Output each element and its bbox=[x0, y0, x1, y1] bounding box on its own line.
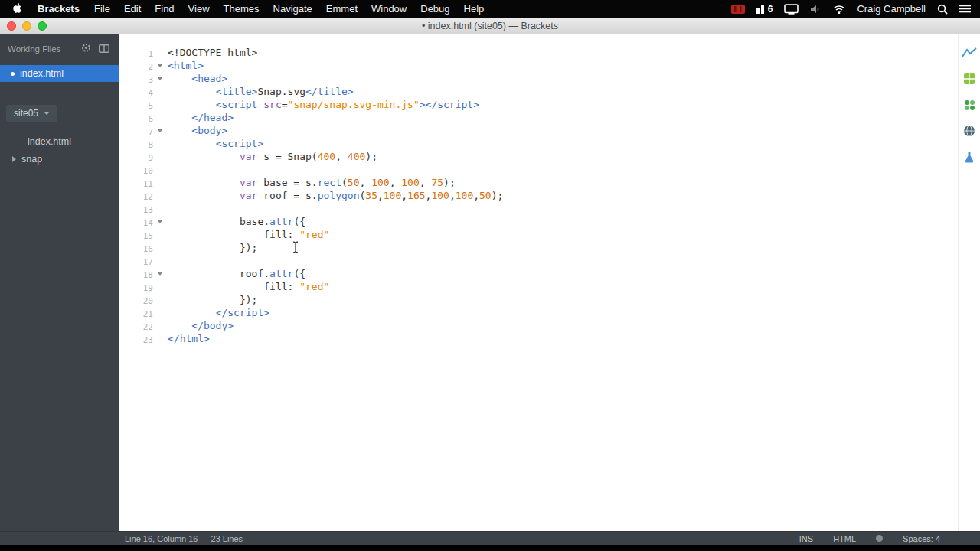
code-line[interactable]: </body> bbox=[168, 319, 958, 332]
menu-navigate[interactable]: Navigate bbox=[266, 3, 319, 15]
code-line[interactable]: <script src="snap/snap.svg-min.js"></scr… bbox=[168, 98, 958, 111]
code-token: 400 bbox=[348, 151, 365, 162]
gutter-row: 19 bbox=[119, 280, 168, 293]
code-editor[interactable]: 1234567891011121314151617181920212223 <!… bbox=[119, 34, 958, 531]
dots-icon[interactable] bbox=[963, 99, 975, 114]
window-title-bar[interactable]: • index.html (site05) — Brackets bbox=[0, 18, 980, 34]
code-line[interactable] bbox=[168, 254, 958, 267]
beaker-icon[interactable] bbox=[963, 151, 975, 167]
code-token bbox=[168, 86, 216, 97]
apple-menu[interactable] bbox=[0, 2, 30, 16]
menu-help[interactable]: Help bbox=[457, 3, 492, 15]
gutter-row: 23 bbox=[119, 332, 168, 345]
code-token: ></script> bbox=[420, 99, 479, 110]
code-line[interactable] bbox=[168, 202, 958, 215]
cursor-position-status: Line 16, Column 16 — 23 Lines bbox=[125, 534, 243, 543]
indent-setting[interactable]: Spaces: 4 bbox=[903, 534, 940, 543]
code-token: ({ bbox=[293, 268, 305, 279]
code-token: 100 bbox=[401, 177, 419, 188]
code-token: roof = s. bbox=[257, 190, 317, 201]
code-token: <head> bbox=[191, 73, 227, 84]
menu-themes[interactable]: Themes bbox=[217, 3, 266, 15]
menu-find[interactable]: Find bbox=[148, 3, 181, 15]
gutter-row: 6 bbox=[119, 111, 168, 124]
code-line[interactable]: <!DOCTYPE html> bbox=[168, 46, 958, 59]
code-area[interactable]: <!DOCTYPE html><html> <head> <title>Snap… bbox=[168, 46, 958, 531]
tree-item-index-html[interactable]: index.html bbox=[0, 132, 119, 150]
film-strip-icon[interactable] bbox=[731, 5, 745, 14]
code-line[interactable]: fill: "red" bbox=[168, 280, 958, 293]
code-line[interactable]: </script> bbox=[168, 306, 958, 319]
working-file-label: index.html bbox=[20, 68, 64, 79]
fold-toggle-icon[interactable] bbox=[157, 220, 163, 223]
fold-toggle-icon[interactable] bbox=[157, 77, 163, 80]
globe-icon[interactable] bbox=[963, 125, 975, 140]
code-token: <script bbox=[216, 99, 258, 110]
extensions-grid-icon[interactable] bbox=[963, 73, 975, 88]
code-token bbox=[168, 320, 191, 331]
code-line[interactable]: }); bbox=[168, 293, 958, 306]
menu-view[interactable]: View bbox=[181, 3, 217, 15]
split-view-icon[interactable] bbox=[99, 42, 109, 56]
app-menu-title[interactable]: Brackets bbox=[30, 3, 87, 15]
code-token bbox=[168, 125, 191, 136]
menu-file[interactable]: File bbox=[87, 3, 117, 15]
code-line[interactable]: </html> bbox=[168, 332, 958, 345]
wifi-icon[interactable] bbox=[833, 5, 845, 14]
fold-toggle-icon[interactable] bbox=[157, 64, 163, 67]
code-token: polygon bbox=[318, 190, 360, 201]
code-token: var bbox=[240, 151, 257, 162]
code-line[interactable]: var s = Snap(400, 400); bbox=[168, 150, 958, 163]
notification-center-icon[interactable] bbox=[959, 5, 971, 13]
gutter-row: 10 bbox=[119, 163, 168, 176]
menu-emmet[interactable]: Emmet bbox=[319, 3, 364, 15]
code-line[interactable]: roof.attr({ bbox=[168, 267, 958, 280]
gutter-row: 13 bbox=[119, 202, 168, 215]
code-token: </html> bbox=[168, 333, 210, 344]
code-token bbox=[168, 190, 240, 201]
working-files-label: Working Files bbox=[8, 44, 60, 54]
folder-disclosure-icon[interactable] bbox=[12, 156, 16, 162]
gear-icon[interactable] bbox=[81, 42, 91, 56]
close-button[interactable] bbox=[7, 21, 16, 31]
code-line[interactable]: fill: "red" bbox=[168, 228, 958, 241]
spotlight-search-icon[interactable] bbox=[937, 4, 948, 15]
signal-bars-icon[interactable]: 6 bbox=[756, 4, 773, 15]
menu-debug[interactable]: Debug bbox=[413, 3, 456, 15]
menu-window[interactable]: Window bbox=[364, 3, 413, 15]
code-token: , bbox=[390, 177, 402, 188]
code-line[interactable]: var base = s.rect(50, 100, 100, 75); bbox=[168, 176, 958, 189]
menu-bar-username[interactable]: Craig Campbell bbox=[857, 3, 926, 15]
fold-toggle-icon[interactable] bbox=[157, 129, 163, 132]
code-token: <body> bbox=[191, 125, 227, 136]
working-file-index-html[interactable]: index.html bbox=[0, 65, 119, 82]
language-mode[interactable]: HTML bbox=[833, 534, 856, 543]
display-mirroring-icon[interactable] bbox=[784, 4, 799, 15]
code-line[interactable] bbox=[168, 163, 958, 176]
code-line[interactable]: }); bbox=[168, 241, 958, 254]
code-token: ({ bbox=[293, 216, 305, 227]
insert-mode-toggle[interactable]: INS bbox=[799, 534, 813, 543]
status-indicator-dot[interactable] bbox=[876, 535, 883, 542]
code-token bbox=[168, 112, 191, 123]
line-chart-icon[interactable] bbox=[962, 47, 977, 62]
code-token bbox=[168, 138, 216, 149]
zoom-button[interactable] bbox=[38, 21, 47, 31]
code-line[interactable]: <script> bbox=[168, 137, 958, 150]
menu-edit[interactable]: Edit bbox=[117, 3, 148, 15]
code-line[interactable]: base.attr({ bbox=[168, 215, 958, 228]
code-token: var bbox=[240, 177, 257, 188]
minimize-button[interactable] bbox=[22, 21, 31, 31]
apple-icon bbox=[12, 2, 22, 16]
code-line[interactable]: <html> bbox=[168, 59, 958, 72]
project-dropdown[interactable]: site05 bbox=[6, 105, 57, 122]
volume-icon[interactable] bbox=[810, 5, 822, 14]
code-line[interactable]: <body> bbox=[168, 124, 958, 137]
code-line[interactable]: </head> bbox=[168, 111, 958, 124]
code-line[interactable]: var roof = s.polygon(35,100,165,100,100,… bbox=[168, 189, 958, 202]
code-line[interactable]: <head> bbox=[168, 72, 958, 85]
fold-toggle-icon[interactable] bbox=[157, 272, 163, 276]
tree-item-snap-folder[interactable]: snap bbox=[0, 150, 119, 168]
code-line[interactable]: <title>Snap.svg</title> bbox=[168, 85, 958, 98]
code-token: ); bbox=[365, 151, 377, 162]
